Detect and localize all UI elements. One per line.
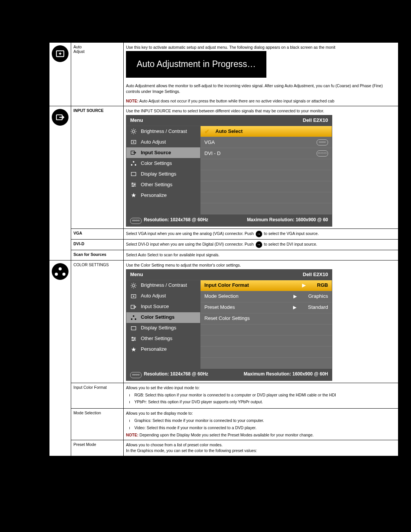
content-color-settings: Use the Color Setting menu to adjust the… <box>124 260 399 383</box>
auto-adjust-para2: Auto Adjustment allows the monitor to se… <box>126 83 396 94</box>
osd-nav-brightness[interactable]: Brightness / Contrast <box>126 280 200 291</box>
osd-nav-other-settings[interactable]: Other Settings <box>126 334 200 344</box>
ms-note: NOTE: Depending upon the Display Mode yo… <box>126 432 396 438</box>
osd-footer-max: Maximum Resolution: 1600x900 @ 60H <box>244 371 328 378</box>
label-color-settings: COLOR SETTINGS <box>71 260 124 383</box>
vga-connector-icon: oooo <box>317 139 328 145</box>
brightness-icon <box>130 282 137 289</box>
osd-nav-label: Auto Adjust <box>141 139 166 146</box>
label-mode-selection: Mode Selection <box>71 409 124 440</box>
svg-line-31 <box>132 283 132 284</box>
osd-option-label: Reset Color Settings <box>204 315 250 322</box>
display-settings-small-icon <box>130 171 137 177</box>
row-scan: Scan for Sources Select Auto Select to s… <box>49 250 398 260</box>
svg-point-5 <box>132 130 135 133</box>
row-mode-selection: Mode Selection Allows you to set the dis… <box>49 409 398 440</box>
icon-cell-color-settings <box>49 260 71 456</box>
row-vga: VGA Select VGA input when you are using … <box>49 229 398 240</box>
osd-option-vga[interactable]: VGA oooo <box>201 137 332 148</box>
row-dvid: DVI-D Select DVI-D input when you are us… <box>49 240 398 250</box>
label-vga: VGA <box>71 229 124 240</box>
osd-nav-label: Input Source <box>141 303 169 310</box>
svg-line-12 <box>132 133 132 134</box>
auto-adjust-intro: Use this key to activate automatic setup… <box>126 45 396 50</box>
chevron-right-icon: ▶ <box>293 304 296 311</box>
osd-nav-input-source[interactable]: Input Source <box>126 302 200 312</box>
vga-text-post: to select the VGA input source. <box>263 232 319 236</box>
osd-option-value: RGB <box>317 282 328 289</box>
content-preset-mode: Allows you to choose from a list of pres… <box>124 440 399 456</box>
svg-rect-40 <box>131 326 136 330</box>
osd-nav-display-settings[interactable]: Display Settings <box>126 323 200 334</box>
label-scan: Scan for Sources <box>71 250 124 260</box>
svg-point-44 <box>132 337 133 338</box>
osd-nav-auto-adjust[interactable]: Auto Adjust <box>126 291 200 302</box>
osd-option-auto-select[interactable]: ✔ Auto Select <box>201 126 332 137</box>
svg-line-13 <box>135 129 136 130</box>
ms-bullet-1: Graphics: Select this mode if your monit… <box>134 418 396 423</box>
osd-option-dvid[interactable]: DVI - D ▭▭▭ <box>201 148 332 159</box>
dvid-text-pre: Select DVI-D input when you are using th… <box>126 242 255 247</box>
osd-option-preset-modes[interactable]: Preset Modes ▶ Standard <box>201 302 332 313</box>
osd-menu-title: Menu <box>130 117 143 124</box>
icf-intro: Allows you to set the video input mode t… <box>126 385 396 391</box>
ms-bullet-2: Video: Select this mode if your monitor … <box>134 425 396 431</box>
osd-nav-label: Brightness / Contrast <box>141 282 187 289</box>
osd-option-mode-selection[interactable]: Mode Selection ▶ Graphics <box>201 291 332 302</box>
osd-nav-label: Other Settings <box>141 335 172 342</box>
osd-nav-personalize[interactable]: ★ Personalize <box>126 344 200 355</box>
ms-intro: Allows you to set the display mode to: <box>126 411 396 416</box>
osd-option-reset-color[interactable]: Reset Color Settings <box>201 313 332 324</box>
footer-connector-icon: oooo <box>130 218 142 224</box>
osd-option-label: Mode Selection <box>204 293 239 300</box>
pm-line1: Allows you to choose from a list of pres… <box>126 442 396 448</box>
content-vga: Select VGA input when you are using the … <box>124 229 399 240</box>
osd-nav-label: Brightness / Contrast <box>141 128 187 135</box>
osd-nav-personalize[interactable]: ★ Personalize <box>126 190 200 201</box>
osd-option-label: VGA <box>204 139 215 146</box>
osd-nav-color-settings[interactable]: Color Settings <box>126 312 200 323</box>
osd-nav-brightness[interactable]: Brightness / Contrast <box>126 126 200 137</box>
osd-nav-display-settings[interactable]: Display Settings <box>126 169 200 179</box>
enter-icon: → <box>256 241 262 248</box>
osd-footer-res: Resolution: 1024x768 @ 60Hz <box>144 217 208 222</box>
auto-adjust-note: NOTE: Auto Adjust does not occur if you … <box>126 98 396 104</box>
color-settings-small-icon <box>130 160 137 167</box>
auto-adjust-small-icon <box>130 139 137 145</box>
vga-text-pre: Select VGA input when you are using the … <box>126 232 255 236</box>
osd-nav-label: Display Settings <box>141 324 176 332</box>
doc-table: Auto Adjust Use this key to activate aut… <box>49 42 399 457</box>
footer-connector-icon: oooo <box>130 372 142 378</box>
osd-option-value: Standard <box>308 304 328 311</box>
svg-point-45 <box>134 338 135 339</box>
auto-adjust-small-icon <box>130 293 137 300</box>
osd-nav-color-settings[interactable]: Color Settings <box>126 158 200 169</box>
osd-nav-other-settings[interactable]: Other Settings <box>126 179 200 190</box>
svg-point-25 <box>132 186 133 187</box>
pm-line2: In the Graphics mode, you can set the co… <box>126 448 396 454</box>
osd-nav-label: Color Settings <box>141 160 172 167</box>
row-preset-mode: Preset Mode Allows you to choose from a … <box>49 440 398 456</box>
osd-brand: Dell E2X10 <box>303 117 328 124</box>
content-mode-selection: Allows you to set the display mode to: G… <box>124 409 399 440</box>
osd-color-settings: Menu Dell E2X10 Brightness / Contrast Au… <box>126 269 332 381</box>
osd-nav-auto-adjust[interactable]: Auto Adjust <box>126 137 200 147</box>
svg-point-23 <box>132 183 133 184</box>
osd-nav-label: Display Settings <box>141 171 176 178</box>
label-input-color-format: Input Color Format <box>71 383 124 409</box>
osd-input-source: Menu Dell E2X10 Brightness / Contrast Au… <box>126 115 332 227</box>
content-auto-adjust: Use this key to activate automatic setup… <box>124 42 399 106</box>
svg-line-32 <box>135 287 136 288</box>
icf-bullet-1: RGB: Select this option if your monitor … <box>134 392 396 398</box>
osd-option-label: Auto Select <box>215 128 243 135</box>
color-settings-small-icon <box>130 314 137 321</box>
label-dvid: DVI-D <box>71 240 124 250</box>
osd-nav-label: Color Settings <box>141 314 175 321</box>
osd-nav-label: Personalize <box>141 346 167 353</box>
osd-footer-max: Maximum Resolution: 1600x900 @ 60 <box>247 217 328 224</box>
svg-point-46 <box>132 340 133 340</box>
dvid-text-post: to select the DVI input source. <box>263 242 317 247</box>
osd-option-input-color-format[interactable]: Input Color Format ▶ RGB <box>201 280 332 291</box>
display-settings-small-icon <box>130 325 137 332</box>
osd-nav-input-source[interactable]: Input Source <box>126 147 200 158</box>
